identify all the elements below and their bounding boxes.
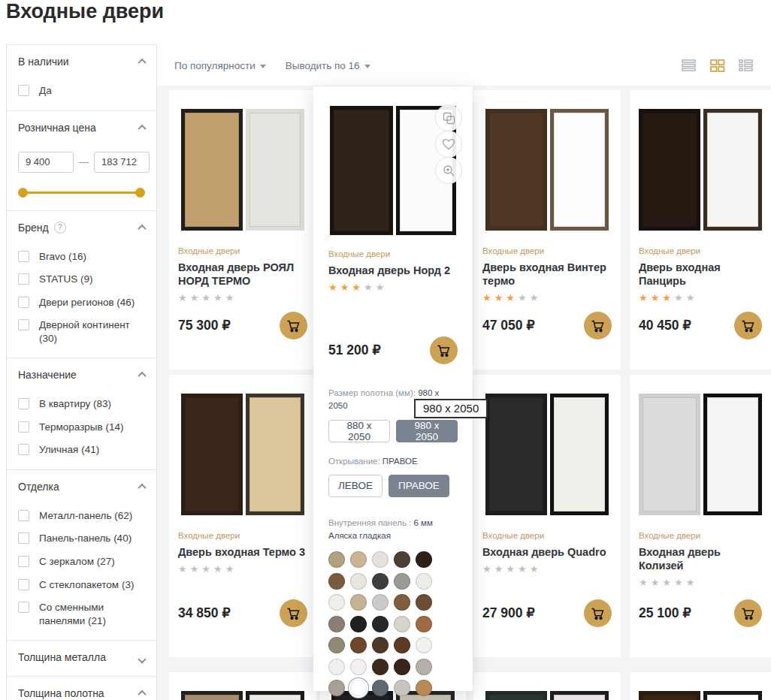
- table-view-icon[interactable]: [738, 59, 754, 72]
- size-option-button[interactable]: 880 x 2050: [328, 420, 390, 442]
- add-to-cart-button[interactable]: [584, 599, 612, 627]
- panel-color-swatch[interactable]: [394, 680, 410, 696]
- filter-option[interactable]: STATUS (9): [18, 273, 145, 286]
- compare-button[interactable]: [435, 104, 462, 131]
- filter-option[interactable]: Терморазрыв (14): [18, 421, 145, 434]
- slider-handle-min[interactable]: [18, 188, 28, 198]
- checkbox[interactable]: [18, 421, 29, 433]
- product-card[interactable]: Входные двери Входная дверь РОЯЛ НОРД ТЕ…: [169, 90, 316, 370]
- panel-color-swatch[interactable]: [394, 551, 410, 568]
- filter-option[interactable]: Дверной континент (30): [18, 318, 145, 345]
- panel-color-swatch[interactable]: [328, 573, 345, 590]
- zoom-in-button[interactable]: [435, 157, 462, 184]
- product-title[interactable]: Входная дверь РОЯЛ НОРД ТЕРМО: [178, 261, 307, 288]
- panel-color-swatch[interactable]: [372, 594, 389, 611]
- checkbox[interactable]: [18, 444, 29, 455]
- panel-color-swatch[interactable]: [394, 594, 410, 611]
- add-to-cart-button[interactable]: [430, 336, 458, 364]
- panel-color-swatch[interactable]: [350, 659, 367, 675]
- panel-color-swatch[interactable]: [350, 573, 367, 590]
- add-to-cart-button[interactable]: [584, 312, 612, 339]
- opening-option-button[interactable]: ЛЕВОЕ: [328, 475, 382, 497]
- panel-color-swatch[interactable]: [328, 616, 345, 632]
- filter-option[interactable]: Уличная (41): [18, 443, 145, 457]
- category-link[interactable]: Входные двери: [639, 246, 762, 255]
- panel-color-swatch[interactable]: [372, 680, 389, 696]
- product-title[interactable]: Дверь входная Винтер термо: [482, 261, 612, 288]
- panel-color-swatch[interactable]: [372, 573, 389, 590]
- checkbox[interactable]: [18, 602, 29, 613]
- panel-color-swatch[interactable]: [328, 551, 345, 568]
- checkbox[interactable]: [18, 251, 29, 262]
- add-to-cart-button[interactable]: [734, 599, 762, 627]
- panel-color-swatch[interactable]: [328, 637, 345, 653]
- panel-color-swatch[interactable]: [372, 551, 389, 568]
- checkbox[interactable]: [18, 398, 29, 409]
- panel-color-swatch[interactable]: [416, 680, 432, 696]
- panel-color-swatch[interactable]: [328, 659, 345, 675]
- add-to-cart-button[interactable]: [734, 312, 762, 339]
- checkbox[interactable]: [18, 319, 29, 330]
- opening-option-button-selected[interactable]: ПРАВОЕ: [389, 475, 449, 497]
- add-to-cart-button[interactable]: [280, 312, 307, 339]
- panel-color-swatch[interactable]: [394, 637, 410, 653]
- panel-color-swatch[interactable]: [350, 594, 367, 611]
- per-page-dropdown[interactable]: Выводить по 16: [286, 60, 370, 71]
- product-title[interactable]: Дверь входная Панцирь: [639, 261, 762, 288]
- filter-option[interactable]: Двери регионов (46): [18, 296, 145, 309]
- filter-option[interactable]: В квартиру (83): [18, 397, 145, 411]
- category-link[interactable]: Входные двери: [482, 531, 612, 540]
- product-title[interactable]: Входная дверь Колизей: [639, 545, 762, 572]
- category-link[interactable]: Входные двери: [178, 246, 307, 255]
- price-min-input[interactable]: [18, 152, 74, 173]
- category-link[interactable]: Входные двери: [639, 531, 762, 540]
- panel-color-swatch[interactable]: [416, 594, 432, 611]
- filter-option[interactable]: Bravo (16): [18, 250, 145, 264]
- panel-color-swatch[interactable]: [350, 637, 367, 653]
- product-card[interactable]: Входные двери Входная дверь Колизей ★★★★…: [630, 375, 771, 657]
- panel-color-swatch[interactable]: [372, 616, 389, 632]
- panel-color-swatch[interactable]: [328, 680, 345, 696]
- filter-header-metal-thickness[interactable]: Толщина металла: [18, 651, 145, 663]
- panel-color-swatch[interactable]: [416, 573, 432, 590]
- panel-color-swatch[interactable]: [416, 637, 432, 653]
- panel-color-swatch[interactable]: [394, 659, 410, 675]
- product-card-expanded[interactable]: Входные двери Входная дверь Норд 2 ★★★★★…: [313, 86, 473, 691]
- panel-color-swatch[interactable]: [416, 616, 432, 632]
- panel-color-swatch[interactable]: [416, 659, 432, 675]
- filter-option-yes[interactable]: Да: [18, 84, 145, 98]
- filter-header-availability[interactable]: В наличии: [18, 56, 145, 68]
- product-card[interactable]: Входные двери Входная дверь Quadro ★★★★★…: [473, 375, 621, 657]
- question-icon[interactable]: ?: [54, 222, 66, 234]
- product-card[interactable]: Входные двери Дверь входная Панцирь ★★★★…: [630, 90, 771, 370]
- product-title[interactable]: Дверь входная Термо 3: [178, 545, 307, 559]
- size-option-button-selected[interactable]: 980 x 2050: [396, 420, 458, 442]
- product-card[interactable]: Входные двери Дверь входная Винтер термо…: [473, 90, 621, 370]
- filter-header-purpose[interactable]: Назначение: [18, 369, 145, 381]
- checkbox[interactable]: [18, 579, 29, 590]
- checkbox[interactable]: [18, 556, 29, 567]
- filter-option[interactable]: Металл-панель (62): [18, 509, 145, 523]
- product-title[interactable]: Входная дверь Норд 2: [328, 264, 458, 277]
- add-to-cart-button[interactable]: [280, 599, 307, 627]
- panel-color-swatch[interactable]: [350, 551, 367, 568]
- filter-header-price[interactable]: Розничная цена: [18, 122, 145, 134]
- category-link[interactable]: Входные двери: [178, 531, 307, 540]
- filter-option[interactable]: Панель-панель (40): [18, 532, 145, 545]
- panel-color-swatch[interactable]: [372, 659, 389, 675]
- category-link[interactable]: Входные двери: [328, 249, 458, 258]
- product-card[interactable]: Входные двери Дверь входная Термо 3 ★★★★…: [169, 375, 316, 657]
- checkbox[interactable]: [18, 533, 29, 544]
- filter-option[interactable]: С стеклопакетом (3): [18, 578, 145, 592]
- product-title[interactable]: Входная дверь Quadro: [482, 545, 612, 559]
- list-view-icon[interactable]: [681, 59, 697, 72]
- sort-dropdown[interactable]: По популярности: [174, 60, 266, 71]
- panel-color-swatch[interactable]: [372, 637, 389, 653]
- checkbox[interactable]: [18, 297, 29, 308]
- panel-color-swatch[interactable]: [350, 680, 367, 696]
- checkbox[interactable]: [18, 273, 29, 285]
- panel-color-swatch[interactable]: [350, 616, 367, 632]
- favorite-button[interactable]: [435, 131, 462, 158]
- filter-option[interactable]: Со сменными панелями (21): [18, 601, 131, 627]
- panel-color-swatch[interactable]: [394, 616, 410, 632]
